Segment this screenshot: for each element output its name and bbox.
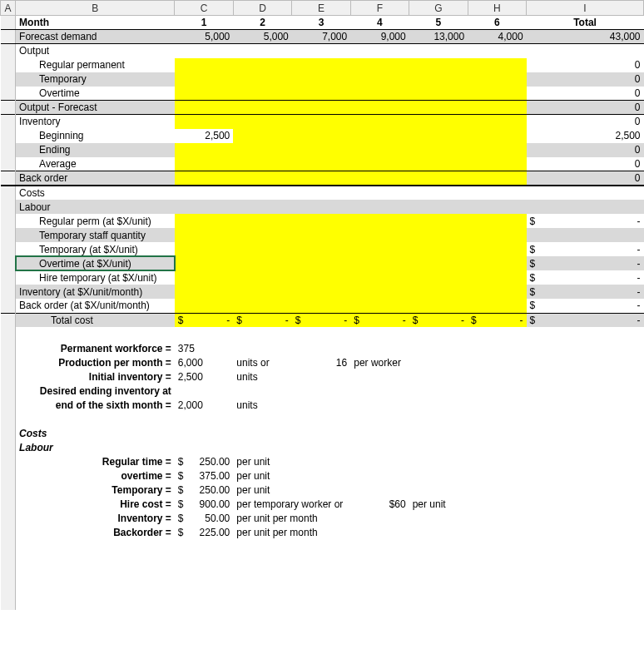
row-blank[interactable] [1, 327, 644, 341]
cell-dei-a[interactable]: Desired ending inventory at [16, 384, 175, 398]
cell-totalcost-d[interactable]: $- [233, 313, 291, 327]
rowhead[interactable] [1, 44, 16, 58]
cell-c2-hire-label[interactable]: Hire cost = [16, 497, 175, 511]
row-param-ppm[interactable]: Production per month = 6,000 units or 16… [1, 355, 644, 369]
rowhead[interactable] [1, 256, 16, 270]
cell-totalcost-dollar[interactable]: $ [527, 313, 594, 327]
rowhead[interactable] [1, 101, 16, 115]
cell-backorder-total[interactable]: 0 [527, 171, 644, 186]
rowhead[interactable] [1, 87, 16, 101]
row-blank5[interactable] [1, 567, 644, 582]
cell-forecast-2[interactable]: 5,000 [233, 30, 291, 44]
cell-totalcost-e[interactable]: $- [292, 313, 350, 327]
rowhead[interactable] [1, 129, 16, 143]
cell-forecast-5[interactable]: 13,000 [409, 30, 468, 44]
row-inventory-average[interactable]: Average 0 [1, 157, 644, 171]
cell-c2-ot-label[interactable]: overtime = [16, 468, 175, 483]
row-forecast[interactable]: Forecast demand 5,000 5,000 7,000 9,000 … [1, 30, 644, 44]
rowhead[interactable] [1, 58, 16, 72]
cell-costs-label[interactable]: Costs [16, 186, 175, 200]
cell-inv-begin-c[interactable]: 2,500 [175, 129, 233, 143]
cell-output-temp-label[interactable]: Temporary [16, 72, 175, 87]
cell-total-label[interactable]: Total [527, 16, 644, 30]
col-header-B[interactable]: B [16, 1, 175, 16]
rowhead[interactable] [1, 228, 16, 242]
row-hire[interactable]: Hire temporary (at $X/unit) $ - [1, 270, 644, 285]
row-temp[interactable]: Temporary (at $X/unit) $ - [1, 242, 644, 256]
col-header-C[interactable]: C [175, 1, 233, 16]
cell-c2-temp-val[interactable]: $250.00 [175, 483, 233, 497]
cell-dei-b[interactable]: end of the sixth month = [16, 398, 175, 412]
col-header-E[interactable]: E [292, 1, 350, 16]
row-param-pw[interactable]: Permanent workforce = 375 [1, 341, 644, 355]
cell-backorder-label[interactable]: Back order [16, 171, 175, 186]
row-costs2-title[interactable]: Costs [1, 426, 644, 440]
cell-month-5[interactable]: 5 [409, 16, 468, 30]
row-output-overtime[interactable]: Overtime 0 [1, 87, 644, 101]
cell-ot-label[interactable]: Overtime (at $X/unit) [16, 256, 175, 270]
cell-regperm-label[interactable]: Regular perm (at $X/unit) [16, 214, 175, 228]
rowhead[interactable] [1, 186, 16, 200]
cell-c2-bo-val[interactable]: $225.00 [175, 525, 233, 539]
cell-c2-temp-label[interactable]: Temporary = [16, 483, 175, 497]
cell-inventory-label[interactable]: Inventory [16, 115, 175, 129]
cell-c2-bo-label[interactable]: Backorder = [16, 525, 175, 539]
cell-month-4[interactable]: 4 [350, 16, 409, 30]
row-param-dei-a[interactable]: Desired ending inventory at [1, 384, 644, 398]
cell-costs2-labour[interactable]: Labour [16, 440, 175, 454]
cell-totalcost-label[interactable]: Total cost [16, 313, 175, 327]
cell-month-1[interactable]: 1 [175, 16, 233, 30]
cell-forecast-label[interactable]: Forecast demand [16, 30, 175, 44]
cell-c2-bo-unit[interactable]: per unit per month [233, 525, 350, 539]
row-c2-regtime[interactable]: Regular time = $250.00 per unit [1, 454, 644, 468]
cell-forecast-4[interactable]: 9,000 [350, 30, 409, 44]
cell-month-2[interactable]: 2 [233, 16, 291, 30]
row-regperm[interactable]: Regular perm (at $X/unit) $ - [1, 214, 644, 228]
cell-labour-label[interactable]: Labour [16, 200, 175, 214]
cell-output-temp-total[interactable]: 0 [527, 72, 644, 87]
cell-c2-inv-unit[interactable]: per unit per month [233, 511, 350, 525]
row-output-regular[interactable]: Regular permanent 0 [1, 58, 644, 72]
cell-totalcost-g[interactable]: $- [409, 313, 468, 327]
cell-inv-begin-label[interactable]: Beginning [16, 129, 175, 143]
cell-c2-hire-altu[interactable]: per unit [409, 497, 468, 511]
row-c2-inv[interactable]: Inventory = $50.00 per unit per month [1, 511, 644, 525]
row-costs2-labour[interactable]: Labour [1, 440, 644, 454]
row-blank6[interactable] [1, 582, 644, 596]
cell-outforecast-total[interactable]: 0 [527, 101, 644, 115]
row-backorder[interactable]: Back order 0 [1, 171, 644, 186]
cell-costs2-title[interactable]: Costs [16, 426, 175, 440]
row-output-forecast[interactable]: Output - Forecast 0 [1, 101, 644, 115]
row-c2-bo[interactable]: Backorder = $225.00 per unit per month [1, 525, 644, 539]
cell-outforecast-label[interactable]: Output - Forecast [16, 101, 175, 115]
col-header-H[interactable]: H [468, 1, 526, 16]
row-output[interactable]: Output [1, 44, 644, 58]
cell-ppm-perw[interactable]: 16 [292, 355, 350, 369]
cell-temp-label[interactable]: Temporary (at $X/unit) [16, 242, 175, 256]
cell-c2-hire-val[interactable]: $900.00 [175, 497, 233, 511]
cell-bocost-dollar[interactable]: $ [527, 299, 594, 313]
cell-temp-dash[interactable]: - [593, 242, 643, 256]
cell-month-3[interactable]: 3 [292, 16, 350, 30]
row-invcost[interactable]: Inventory (at $X/unit/month) $ - [1, 285, 644, 299]
cell-pw-val[interactable]: 375 [175, 341, 233, 355]
row-totalcost[interactable]: Total cost $- $- $- $- $- $- $ - [1, 313, 644, 327]
row-inventory-beginning[interactable]: Beginning 2,500 2,500 [1, 129, 644, 143]
cell-c2-temp-unit[interactable]: per unit [233, 483, 350, 497]
cell-forecast-6[interactable]: 4,000 [468, 30, 526, 44]
row-inventory-ending[interactable]: Ending 0 [1, 143, 644, 157]
rowhead[interactable] [1, 200, 16, 214]
cell-regperm-dollar[interactable]: $ [527, 214, 594, 228]
row-blank3[interactable] [1, 539, 644, 553]
row-inventory[interactable]: Inventory 0 [1, 115, 644, 129]
cell-hire-dash[interactable]: - [593, 270, 643, 285]
cell-totalcost-h[interactable]: $- [468, 313, 526, 327]
rowhead[interactable] [1, 299, 16, 313]
rowhead[interactable] [1, 214, 16, 228]
row-blank2[interactable] [1, 412, 644, 426]
cell-bocost-label[interactable]: Back order (at $X/unit/month) [16, 299, 175, 313]
row-c2-temp[interactable]: Temporary = $250.00 per unit [1, 483, 644, 497]
cell-ot-dash[interactable]: - [593, 256, 643, 270]
cell-ii-unit[interactable]: units [233, 369, 291, 384]
cell-invcost-dollar[interactable]: $ [527, 285, 594, 299]
